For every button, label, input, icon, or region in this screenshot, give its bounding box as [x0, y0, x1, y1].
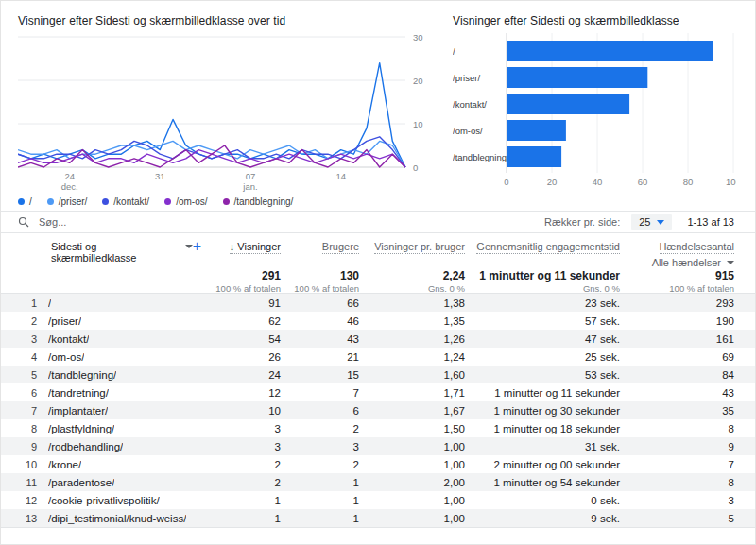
row-cell: 1 minutter og 30 sekunder	[465, 405, 620, 417]
column-header[interactable]: Brugere	[281, 241, 359, 268]
chevron-down-icon[interactable]	[185, 245, 193, 248]
row-cell: 1,60	[359, 369, 465, 381]
column-header-label[interactable]: Hændelsesantal	[660, 241, 735, 254]
row-cell: 26	[215, 351, 281, 363]
row-cell: 2,00	[359, 477, 465, 488]
row-cell: 8	[620, 477, 734, 488]
svg-text:0: 0	[413, 162, 418, 173]
totals-cell: 130100 % af totalen	[281, 269, 359, 294]
report-table-section: Rækker pr. side: 25 1-13 af 13 Sidesti o…	[1, 211, 755, 528]
table-row: 8/plastfyldning/321,501 minutter og 18 s…	[1, 419, 755, 437]
row-cell: 2	[215, 459, 281, 470]
dimension-cell: 11/paradentose/	[1, 473, 215, 491]
row-cell: 9	[620, 441, 734, 452]
dimension-header[interactable]: Sidesti og skærmbilledklasse	[51, 241, 178, 264]
table-header-row: Sidesti og skærmbilledklasse + ↓ Visning…	[1, 233, 755, 267]
row-cell: 1,50	[359, 423, 465, 434]
row-cell: 1,00	[359, 513, 465, 524]
legend-dot-icon	[164, 198, 171, 205]
page-path: /implantater/	[48, 405, 108, 417]
page-path: /om-os/	[48, 351, 84, 363]
totals-value: 915	[620, 269, 734, 282]
row-cell: 2	[281, 459, 359, 470]
svg-text:100: 100	[726, 177, 736, 187]
row-cell: 53 sek.	[465, 369, 620, 381]
svg-text:20: 20	[547, 177, 558, 187]
row-cell: 7	[281, 387, 359, 399]
line-chart-svg: 302010024dec.3107jan.14	[18, 31, 424, 192]
row-index: 3	[26, 333, 37, 345]
row-cell: 31 sek.	[465, 441, 620, 452]
dimension-cell: 6/tandretning/	[1, 383, 215, 401]
row-cell: 21	[281, 351, 359, 363]
page-path: /cookie-privatlivspolitik/	[48, 495, 160, 506]
column-header-label[interactable]: ↓ Visninger	[230, 241, 281, 254]
add-dimension-button[interactable]: +	[193, 241, 201, 252]
table-row: 13/dipi_testimonial/knud-weiss/111,009 s…	[1, 509, 755, 527]
events-filter-dropdown[interactable]: Alle hændelser	[652, 257, 734, 268]
row-cell: 25 sek.	[465, 351, 620, 363]
row-cell: 293	[620, 298, 734, 309]
svg-text:30: 30	[413, 32, 423, 43]
legend-dot-icon	[47, 198, 54, 205]
row-cell: 1,71	[359, 387, 465, 399]
table-row: 1/91661,3823 sek.293	[1, 294, 755, 312]
totals-value: 130	[281, 269, 359, 282]
row-index: 12	[26, 495, 37, 506]
page-path: /priser/	[48, 315, 81, 327]
page-path: /dipi_testimonial/knud-weiss/	[48, 513, 186, 524]
row-cell: 1 minutter og 18 sekunder	[465, 423, 620, 434]
row-cell: 66	[281, 298, 359, 309]
row-cell: 2 minutter og 00 sekunder	[465, 459, 620, 470]
page-path: /tandretning/	[48, 387, 109, 399]
column-header-label[interactable]: Gennemsnitlig engagementstid	[476, 241, 620, 254]
table-row: 12/cookie-privatlivspolitik/111,000 sek.…	[1, 491, 755, 509]
totals-subtext: 100 % af totalen	[620, 283, 734, 294]
row-cell: 15	[281, 369, 359, 381]
row-cell: 1,35	[359, 315, 465, 327]
bar-chart-card: Visninger efter Sidesti og skærmbilledkl…	[436, 1, 738, 211]
search-input[interactable]	[39, 216, 544, 228]
rows-per-page-label: Rækker pr. side:	[544, 216, 620, 228]
svg-text:dec.: dec.	[61, 181, 78, 192]
table-toolbar: Rækker pr. side: 25 1-13 af 13	[1, 212, 755, 233]
column-header[interactable]: Gennemsnitlig engagementstid	[465, 241, 620, 268]
column-header[interactable]: Visninger pr. bruger	[359, 241, 465, 268]
bar-chart-svg: 020406080100//priser//kontakt//om-os//ta…	[453, 31, 736, 190]
row-cell: 46	[281, 315, 359, 327]
row-index: 13	[26, 513, 37, 524]
row-index: 7	[26, 405, 37, 417]
column-header[interactable]: ↓ Visninger	[215, 241, 281, 268]
page-path: /tandblegning/	[48, 369, 116, 381]
column-header-label[interactable]: Visninger pr. bruger	[374, 241, 465, 254]
svg-text:24: 24	[64, 171, 75, 181]
row-cell: 3	[215, 423, 281, 434]
svg-text:jan.: jan.	[242, 181, 257, 192]
svg-text:60: 60	[638, 177, 648, 187]
pagination-range: 1-13 af 13	[687, 216, 734, 228]
dimension-cell: 2/priser/	[1, 312, 215, 330]
row-cell: 43	[281, 333, 359, 345]
column-header-label[interactable]: Brugere	[322, 241, 359, 254]
rows-per-page-dropdown[interactable]: 25	[631, 214, 672, 230]
bar	[507, 120, 566, 141]
column-header[interactable]: HændelsesantalAlle hændelser	[620, 241, 734, 268]
page-path: /rodbehandling/	[48, 441, 123, 452]
row-cell: 23 sek.	[465, 298, 620, 309]
row-cell: 1	[281, 495, 359, 506]
dimension-cell: 3/kontakt/	[1, 330, 215, 348]
totals-spacer	[1, 269, 215, 294]
row-cell: 5	[620, 513, 734, 524]
totals-value: 291	[215, 269, 281, 282]
row-cell: 6	[281, 405, 359, 417]
legend-label: /tandblegning/	[234, 196, 294, 207]
events-filter-value: Alle hændelser	[652, 257, 721, 268]
legend-label: /kontakt/	[113, 196, 149, 207]
svg-text:07: 07	[246, 171, 256, 181]
row-cell: 35	[620, 405, 734, 417]
totals-subtext: Gns. 0 %	[359, 283, 465, 294]
legend-label: /om-os/	[176, 196, 207, 207]
row-index: 4	[26, 351, 37, 363]
totals-cell: 1 minutter og 11 sekunderGns. 0 %	[465, 269, 620, 294]
table-totals-row: 291100 % af totalen130100 % af totalen2,…	[1, 267, 755, 294]
